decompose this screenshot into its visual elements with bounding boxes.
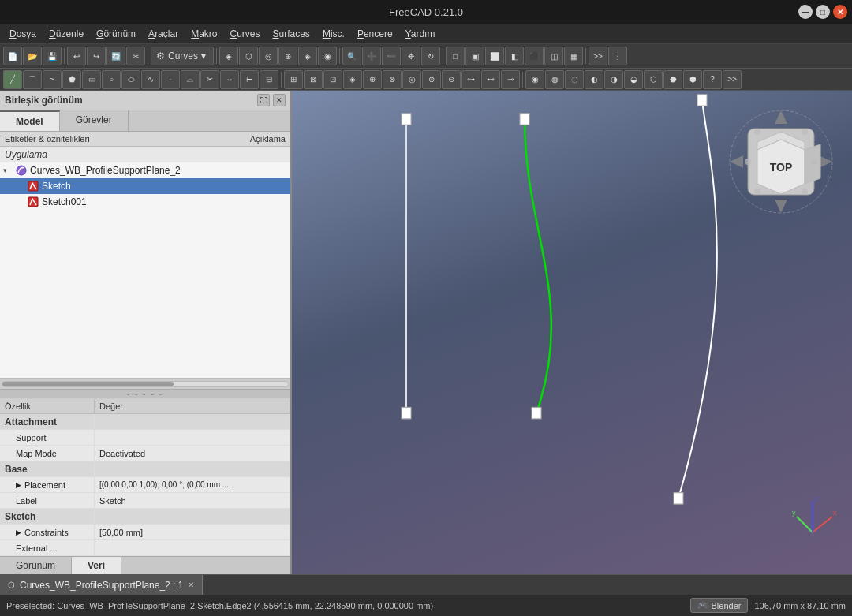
tree-item-sketch001[interactable]: Sketch001	[0, 194, 290, 210]
tb2-c11[interactable]: ⊷	[481, 70, 500, 89]
tb-zoom-fit[interactable]: 🔍	[342, 47, 361, 65]
tb2-c8[interactable]: ⊜	[422, 70, 441, 89]
tb2-c1[interactable]: ⊞	[284, 70, 303, 89]
tb2-c5[interactable]: ⊕	[363, 70, 382, 89]
tab-gorevler[interactable]: Görevler	[60, 110, 129, 131]
panel-close-btn[interactable]: ✕	[273, 94, 286, 106]
tb-open[interactable]: 📂	[23, 47, 42, 65]
tb2-d4[interactable]: ◐	[585, 70, 604, 89]
menu-makro[interactable]: Makro	[185, 26, 223, 42]
close-button[interactable]: ✕	[833, 5, 847, 19]
tb-view5[interactable]: ◈	[298, 47, 317, 65]
tb2-d1[interactable]: ◉	[525, 70, 544, 89]
tb2-circle[interactable]: ○	[102, 70, 121, 89]
blender-button[interactable]: 🎮 Blender	[690, 598, 749, 613]
viewport-tab-main[interactable]: ⬡ Curves_WB_ProfileSupportPlane_2 : 1 ✕	[0, 575, 203, 595]
tb2-constrain[interactable]: ⊟	[260, 70, 278, 89]
viewport[interactable]: TOP x y z	[292, 91, 852, 574]
tb2-c10[interactable]: ⊶	[462, 70, 480, 89]
tb2-trim[interactable]: ✂	[200, 70, 219, 89]
svg-rect-8	[697, 95, 707, 106]
tb-undo[interactable]: ↩	[67, 47, 86, 65]
menu-surfaces[interactable]: Surfaces	[267, 26, 316, 42]
tb2-poly[interactable]: ⬟	[62, 70, 81, 89]
menu-duzenle[interactable]: Düzenle	[43, 26, 90, 42]
menu-misc[interactable]: Misc.	[316, 26, 351, 42]
tb2-c9[interactable]: ⊝	[442, 70, 461, 89]
nav-cube[interactable]: TOP	[726, 106, 836, 217]
tb2-curve[interactable]: ~	[43, 70, 62, 89]
tb-box5[interactable]: ⬛	[525, 47, 544, 65]
viewport-tab-close[interactable]: ✕	[188, 581, 194, 589]
tb-box6[interactable]: ◫	[544, 47, 563, 65]
tb-settings[interactable]: ⋮	[608, 47, 627, 65]
tb2-c4[interactable]: ◈	[343, 70, 362, 89]
tb-refresh[interactable]: 🔄	[106, 47, 125, 65]
tb2-d3[interactable]: ◌	[565, 70, 584, 89]
tb-new[interactable]: 📄	[3, 47, 22, 65]
tb-zoom-out[interactable]: ➖	[382, 47, 401, 65]
panel-title: Birleşik görünüm	[5, 95, 83, 106]
tb2-extend[interactable]: ↔	[220, 70, 239, 89]
tb2-more[interactable]: >>	[723, 70, 742, 89]
tb2-d6[interactable]: ◒	[624, 70, 643, 89]
tb2-d2[interactable]: ◍	[545, 70, 564, 89]
tb-redo[interactable]: ↪	[87, 47, 106, 65]
workbench-dropdown[interactable]: ⚙ Curves ▾	[151, 47, 214, 65]
tb2-d5[interactable]: ◑	[604, 70, 623, 89]
tb2-c6[interactable]: ⊗	[383, 70, 402, 89]
tb-cut[interactable]: ✂	[126, 47, 145, 65]
bottom-tab-gorunum[interactable]: Görünüm	[0, 557, 72, 574]
tb2-d9[interactable]: ⬢	[683, 70, 702, 89]
tb-view2[interactable]: ⬡	[239, 47, 258, 65]
tb2-c3[interactable]: ⊡	[323, 70, 342, 89]
menu-curves[interactable]: Curves	[223, 26, 266, 42]
tb-pan[interactable]: ✥	[402, 47, 420, 65]
tb-box3[interactable]: ⬜	[485, 47, 504, 65]
tb-more[interactable]: >>	[589, 47, 607, 65]
tab-model[interactable]: Model	[0, 110, 60, 131]
tb2-spline[interactable]: ∿	[141, 70, 160, 89]
menu-gorunum[interactable]: Görünüm	[90, 26, 142, 42]
tb-view4[interactable]: ⊕	[278, 47, 297, 65]
tree-item-curves[interactable]: ▾ Curves_WB_ProfileSupportPlane_2	[0, 162, 290, 178]
tb-zoom-in[interactable]: ➕	[362, 47, 381, 65]
tb-box1[interactable]: □	[446, 47, 465, 65]
menu-dosya[interactable]: Dosya	[3, 26, 43, 42]
tb2-point[interactable]: ·	[161, 70, 180, 89]
tb-box4[interactable]: ◧	[505, 47, 524, 65]
menu-pencere[interactable]: Pencere	[351, 26, 399, 42]
tb2-c7[interactable]: ◎	[402, 70, 421, 89]
tb2-ellipse[interactable]: ⬭	[121, 70, 140, 89]
tb-view1[interactable]: ◈	[219, 47, 238, 65]
menu-yardim[interactable]: Yardım	[399, 26, 442, 42]
tb2-help[interactable]: ?	[703, 70, 722, 89]
tb2-arc[interactable]: ⌒	[23, 70, 42, 89]
h-scrollbar[interactable]	[0, 378, 290, 389]
tb2-c2[interactable]: ⊠	[304, 70, 323, 89]
tb-box2[interactable]: ▣	[465, 47, 484, 65]
bottom-tab-veri[interactable]: Veri	[72, 557, 121, 574]
minimize-button[interactable]: —	[798, 5, 813, 19]
tb2-d8[interactable]: ⬣	[663, 70, 682, 89]
tb-box7[interactable]: ▦	[564, 47, 583, 65]
tree-item-sketch[interactable]: Sketch	[0, 178, 290, 194]
menu-araclar[interactable]: Araçlar	[142, 26, 185, 42]
scroll-track[interactable]	[2, 381, 289, 387]
tb2-fillet[interactable]: ⌓	[181, 70, 200, 89]
maximize-button[interactable]: □	[816, 5, 830, 19]
tree-area[interactable]: ▾ Curves_WB_ProfileSupportPlane_2	[0, 162, 290, 378]
tb-view6[interactable]: ◉	[318, 47, 337, 65]
panel-expand-btn[interactable]: ⛶	[257, 94, 270, 106]
tb2-split[interactable]: ⊢	[240, 70, 259, 89]
section-sketch-label: Sketch	[0, 509, 95, 524]
tb2-rect[interactable]: ▭	[82, 70, 101, 89]
tb-rotate[interactable]: ↻	[421, 47, 440, 65]
tb-view3[interactable]: ◎	[259, 47, 278, 65]
resize-handle[interactable]: - - - - -	[0, 389, 290, 398]
scroll-thumb[interactable]	[2, 382, 174, 386]
tb2-line[interactable]: ╱	[3, 70, 22, 89]
tb2-c12[interactable]: ⊸	[501, 70, 520, 89]
tb-save[interactable]: 💾	[43, 47, 62, 65]
tb2-d7[interactable]: ⬡	[644, 70, 663, 89]
